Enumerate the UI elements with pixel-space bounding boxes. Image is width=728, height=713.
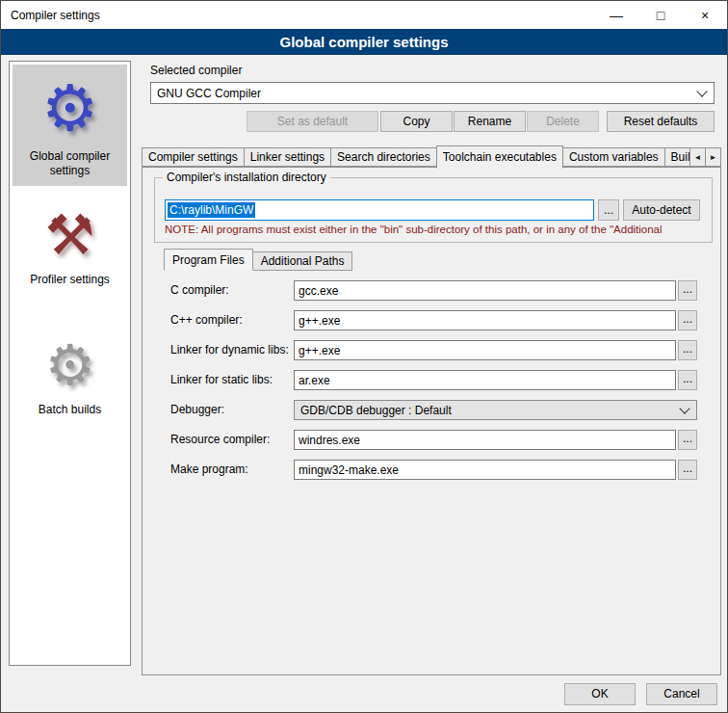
- set-as-default-button[interactable]: Set as default: [247, 111, 378, 132]
- tab-program-files[interactable]: Program Files: [164, 249, 253, 271]
- debugger-select-value: GDB/CDB debugger : Default: [300, 404, 452, 417]
- cpp-compiler-browse-button[interactable]: ...: [678, 310, 697, 330]
- dialog-header-text: Global compiler settings: [279, 34, 448, 50]
- hammer-icon: ⚒: [14, 207, 125, 263]
- tab-custom-variables[interactable]: Custom variables: [562, 147, 665, 167]
- cpp-compiler-label: C++ compiler:: [170, 310, 243, 330]
- resource-compiler-input[interactable]: [294, 430, 676, 450]
- installation-directory-groupbox: Compiler's installation directory C:\ray…: [154, 177, 713, 243]
- static-linker-input[interactable]: [294, 370, 676, 390]
- chevron-down-icon: [696, 86, 707, 96]
- settings-tabbar: Compiler settings Linker settings Search…: [142, 145, 721, 167]
- make-program-input[interactable]: [294, 460, 676, 480]
- cancel-button[interactable]: Cancel: [646, 683, 717, 705]
- dynamic-linker-label: Linker for dynamic libs:: [170, 340, 289, 360]
- selected-compiler-label: Selected compiler: [150, 64, 242, 77]
- caption-buttons: — □ ×: [594, 1, 727, 30]
- sidebar-item-label: Global compiler settings: [30, 149, 110, 177]
- install-dir-input[interactable]: C:\raylib\MinGW: [165, 199, 594, 221]
- program-tabs: Program Files Additional Paths: [164, 249, 351, 271]
- debugger-select[interactable]: GDB/CDB debugger : Default: [294, 400, 697, 420]
- compiler-settings-window: Compiler settings — □ × Global compiler …: [0, 0, 728, 713]
- sidebar-item-batch-builds[interactable]: ⚙ Batch builds: [13, 295, 127, 425]
- sidebar-item-profiler-settings[interactable]: ⚒ Profiler settings: [13, 186, 127, 295]
- sidebar-item-label: Profiler settings: [30, 273, 110, 286]
- rename-button[interactable]: Rename: [454, 111, 526, 132]
- sidebar-item-label: Batch builds: [39, 403, 101, 416]
- resource-compiler-browse-button[interactable]: ...: [678, 430, 697, 450]
- auto-detect-button[interactable]: Auto-detect: [623, 199, 700, 221]
- installation-directory-group-title: Compiler's installation directory: [163, 171, 330, 184]
- titlebar: Compiler settings — □ ×: [1, 1, 727, 30]
- gear-gray-icon: ⚙: [14, 337, 125, 393]
- chevron-down-icon: [679, 403, 689, 413]
- tab-additional-paths[interactable]: Additional Paths: [252, 251, 353, 271]
- ok-button[interactable]: OK: [564, 683, 636, 705]
- install-dir-note: NOTE: All programs must exist either in …: [165, 224, 728, 235]
- dynamic-linker-input[interactable]: [294, 340, 676, 360]
- cpp-compiler-input[interactable]: [294, 310, 676, 330]
- resource-compiler-label: Resource compiler:: [170, 430, 270, 450]
- compiler-select[interactable]: GNU GCC Compiler: [150, 82, 715, 104]
- tab-build-options[interactable]: Build: [664, 147, 691, 167]
- tab-scroll-left-icon[interactable]: ◄: [689, 147, 706, 167]
- dynamic-linker-browse-button[interactable]: ...: [678, 340, 697, 360]
- c-compiler-input[interactable]: [294, 280, 676, 301]
- sidebar-item-global-compiler-settings[interactable]: ⚙ Global compiler settings: [13, 65, 127, 186]
- dialog-header: Global compiler settings: [1, 29, 727, 55]
- gear-blue-icon: ⚙: [14, 76, 125, 140]
- tab-search-directories[interactable]: Search directories: [330, 147, 437, 167]
- compiler-select-value: GNU GCC Compiler: [157, 87, 261, 100]
- toolchain-executables-panel: Compiler's installation directory C:\ray…: [142, 167, 721, 675]
- make-program-browse-button[interactable]: ...: [678, 460, 697, 480]
- tab-linker-settings[interactable]: Linker settings: [244, 147, 331, 167]
- tab-toolchain-executables[interactable]: Toolchain executables: [436, 145, 563, 169]
- debugger-label: Debugger:: [170, 400, 224, 420]
- static-linker-label: Linker for static libs:: [170, 370, 273, 390]
- tab-scroll-buttons: ◄ ►: [690, 147, 721, 167]
- window-title: Compiler settings: [1, 9, 100, 22]
- tab-compiler-settings[interactable]: Compiler settings: [142, 147, 245, 167]
- install-dir-selected-text: C:\raylib\MinGW: [168, 202, 255, 218]
- minimize-button[interactable]: —: [594, 1, 638, 30]
- reset-defaults-button[interactable]: Reset defaults: [607, 111, 715, 132]
- close-button[interactable]: ×: [683, 1, 727, 30]
- category-sidebar: ⚙ Global compiler settings ⚒ Profiler se…: [9, 61, 131, 666]
- static-linker-browse-button[interactable]: ...: [678, 370, 697, 390]
- maximize-button[interactable]: □: [638, 1, 683, 30]
- c-compiler-label: C compiler:: [170, 280, 229, 301]
- delete-button[interactable]: Delete: [527, 111, 599, 132]
- make-program-label: Make program:: [170, 460, 248, 480]
- tab-scroll-right-icon[interactable]: ►: [705, 147, 721, 167]
- c-compiler-browse-button[interactable]: ...: [678, 280, 697, 301]
- install-dir-browse-button[interactable]: ...: [598, 199, 619, 221]
- copy-button[interactable]: Copy: [380, 111, 453, 132]
